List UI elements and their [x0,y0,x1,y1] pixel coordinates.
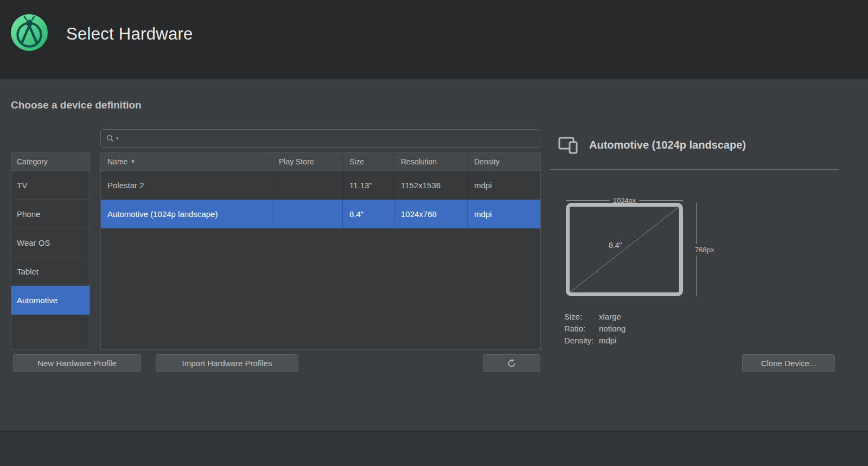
diagonal-size-label: 8.4" [605,240,625,250]
title-bar: Select Hardware [0,0,868,79]
category-column-header: Category [11,152,90,171]
device-row-polestar-2[interactable]: Polestar 2 11.13" 1152x1536 mdpi [101,171,540,200]
cell-density: mdpi [468,200,540,228]
sort-desc-icon [131,158,135,165]
sidebar-item-wear-os[interactable]: Wear OS [11,228,90,257]
cell-resolution: 1152x1536 [394,171,468,200]
search-options-chevron-icon[interactable]: ▾ [116,136,119,141]
search-icon [106,134,114,143]
measure-line [696,256,697,297]
device-table: Name Play Store Size Resolution Density … [100,152,541,350]
sidebar-item-tablet[interactable]: Tablet [11,257,90,286]
height-measurement: 768px [695,203,714,296]
column-header-name[interactable]: Name [101,152,272,170]
cell-play-store [272,200,343,228]
column-header-play-store[interactable]: Play Store [272,152,343,170]
category-panel: Category TV Phone Wear OS Tablet Automot… [11,152,90,349]
android-studio-logo-icon [10,13,49,52]
device-search-box[interactable]: ▾ [100,129,540,148]
spec-value-density: mdpi [599,336,626,345]
clone-device-button[interactable]: Clone Device... [742,354,835,372]
import-hardware-profiles-button[interactable]: Import Hardware Profiles [156,354,298,372]
measure-line [696,203,697,244]
cell-size: 8.4" [343,200,394,228]
devices-icon [558,136,579,155]
cell-density: mdpi [468,171,540,200]
sidebar-item-automotive[interactable]: Automotive [11,286,90,315]
spec-label-size: Size: [564,312,599,321]
page-title: Select Hardware [66,24,193,44]
spec-label-ratio: Ratio: [564,324,599,333]
height-label: 768px [695,244,714,256]
measure-line [639,200,683,201]
refresh-icon [507,359,516,368]
cell-size: 11.13" [343,171,394,200]
sidebar-item-phone[interactable]: Phone [11,200,90,228]
cell-resolution: 1024x768 [394,200,468,228]
spec-value-ratio: notlong [599,324,626,333]
cell-name: Automotive (1024p landscape) [101,200,272,228]
device-row-automotive-1024p[interactable]: Automotive (1024p landscape) 8.4" 1024x7… [101,200,540,228]
column-header-resolution[interactable]: Resolution [394,152,468,170]
cell-play-store [272,171,343,200]
table-header-row: Name Play Store Size Resolution Density [101,152,540,171]
new-hardware-profile-button[interactable]: New Hardware Profile [13,354,141,372]
search-input[interactable] [120,134,535,143]
section-heading: Choose a device definition [11,99,142,111]
sidebar-item-tv[interactable]: TV [11,171,90,200]
refresh-button[interactable] [483,354,540,372]
spec-value-size: xlarge [599,312,626,321]
column-header-density[interactable]: Density [468,152,540,170]
spec-label-density: Density: [564,336,599,345]
measure-line [566,200,610,201]
device-specs: Size: xlarge Ratio: notlong Density: mdp… [564,312,626,345]
column-header-size[interactable]: Size [343,152,394,170]
detail-separator [550,169,839,170]
footer-bar: ? Cancel Previous Next Finish [0,431,868,466]
selected-device-title: Automotive (1024p landscape) [589,139,746,151]
cell-name: Polestar 2 [101,171,272,200]
select-hardware-dialog: Select Hardware Choose a device definiti… [0,0,868,466]
